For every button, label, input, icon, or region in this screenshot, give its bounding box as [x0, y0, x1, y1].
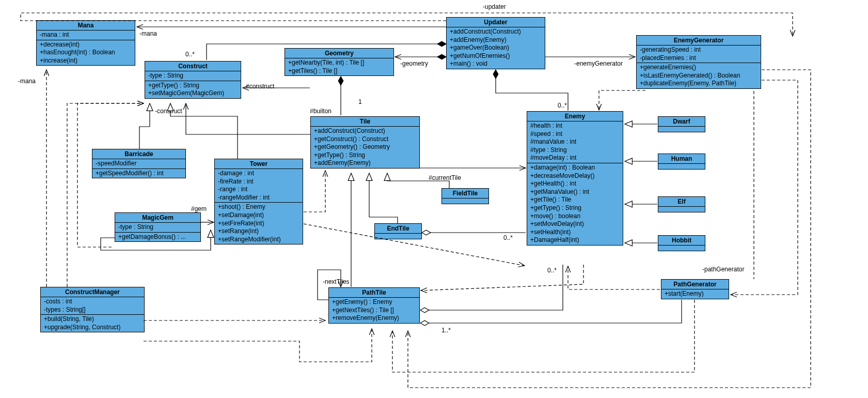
class-Barricade: Barricade -speedModifier +getSpeedModifi… — [92, 149, 186, 178]
class-Hobbit: Hobbit — [658, 235, 705, 251]
lbl-geometry: -geometry — [400, 60, 428, 67]
class-Human: Human — [658, 154, 705, 170]
class-EndTile: EndTile — [374, 223, 422, 239]
class-Elf: Elf — [658, 196, 705, 212]
class-PathGenerator: PathGenerator +start(Enemy) — [661, 279, 729, 299]
lbl-enemyMult2: 0..* — [547, 267, 557, 274]
lbl-construct2: -construct — [155, 108, 182, 115]
class-Tower: Tower -damage : int-fireRate : int-range… — [214, 159, 303, 244]
lbl-pathMult: 1..* — [441, 327, 451, 334]
class-Geometry: Geometry +getNearby(Tile, int) : Tile []… — [285, 48, 394, 76]
lbl-builton: #builton — [310, 108, 332, 115]
lbl-constr-mult: 0..* — [185, 51, 195, 58]
class-Dwarf: Dwarf — [658, 116, 705, 132]
lbl-enemyMult: 0..* — [558, 102, 567, 109]
lbl-mana: -mana — [139, 30, 157, 37]
class-Construct: Construct -type : String +getType() : St… — [145, 61, 241, 99]
class-Mana: Mana -mana : int +decrease(int)+hasEnoug… — [36, 20, 135, 66]
class-Enemy: Enemy #health : int#speed : int#manaValu… — [527, 111, 623, 246]
lbl-enemyGen: -enemyGenerator — [574, 60, 623, 67]
class-Updater: Updater +addConstruct(Construct)+addEnem… — [446, 17, 545, 69]
lbl-gem: #gem — [191, 205, 207, 212]
class-PathTile: PathTile +getEnemy() : Enemy+getNextTile… — [328, 287, 420, 324]
class-EnemyGenerator: EnemyGenerator -generatingSpeed : int-pl… — [636, 35, 761, 89]
class-MagicGem: MagicGem -type : String +getDamageBonus(… — [115, 212, 201, 242]
class-title: Mana — [37, 21, 135, 30]
lbl-construct: #construct — [246, 83, 274, 90]
lbl-mana2: -mana — [18, 78, 36, 85]
lbl-endMult: 0..* — [503, 234, 513, 241]
class-ConstructManager: ConstructManager -costs : int-types : St… — [40, 287, 145, 332]
lbl-nextTiles: -nextTiles — [323, 278, 350, 285]
lbl-updater: -updater — [483, 3, 506, 10]
class-FieldTile: FieldTile — [441, 188, 489, 204]
lbl-one: 1 — [358, 98, 362, 105]
class-Tile: Tile +addConstruct(Construct)+getConstru… — [310, 116, 420, 169]
lbl-curTile: #currentTile — [429, 174, 461, 181]
lbl-pathGen: -pathGenerator — [702, 266, 744, 273]
